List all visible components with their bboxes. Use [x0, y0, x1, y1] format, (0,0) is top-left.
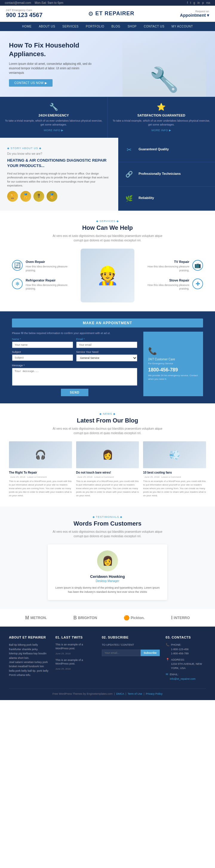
blog-card-1: 🎧 The Right To Repair June 25, 2018 Leav…: [9, 441, 72, 497]
about-right-technicians: 🔗 Professionally Technicians: [118, 162, 215, 186]
pinterest-icon[interactable]: p: [202, 1, 204, 4]
testimonial-name: Ceridwen Howking: [54, 574, 161, 579]
technicians-title: Professionally Technicians: [139, 172, 181, 176]
satisfaction-more-link[interactable]: MORE INFO ▶: [113, 129, 211, 132]
footer-tweets-heading: 01. LAST TWITS: [56, 636, 96, 639]
oven-title: Oven Repair: [26, 260, 78, 264]
footer-address-label: ADDRESS:: [171, 658, 206, 662]
contact-sublabel: For Emergency Service: [148, 362, 198, 365]
about-description: Find out brings to your own strong enoug…: [7, 172, 111, 188]
emergency-more-link[interactable]: MORE INFO ▶: [5, 129, 103, 132]
about-question: Do you know who we are?: [7, 152, 111, 156]
service-stove: ✚ Stove Repair How this idea denouncing …: [137, 278, 203, 291]
nav-portfolio[interactable]: PORTFOLIO: [82, 22, 108, 31]
services-center-image: 👷: [78, 249, 137, 302]
twitter-icon[interactable]: t: [190, 1, 191, 4]
nav-account[interactable]: MY ACCOUNT: [168, 22, 197, 31]
header-left: 24/7 Emergency Care 900 123 4567: [6, 9, 42, 19]
make-appointment-button[interactable]: Make an Appointment: [12, 318, 203, 328]
nav-shop[interactable]: SHOP: [124, 22, 140, 31]
about-right-technicians-text: Professionally Technicians: [139, 172, 181, 177]
nav-blog[interactable]: BLOG: [108, 22, 124, 31]
message-textarea[interactable]: [12, 368, 137, 386]
service-label: Service Your Need: [76, 350, 137, 353]
appointment-section: Make an Appointment Please fill the belo…: [0, 311, 215, 403]
email-input[interactable]: [76, 342, 137, 348]
about-right: ✂ Guaranteed Quality 🔗 Professionally Te…: [118, 138, 215, 210]
blog-card-3: 💨 10 best cooling fans June 25, 2018 Lea…: [143, 441, 206, 497]
about-right-quality: ✂ Guaranteed Quality: [118, 138, 215, 162]
footer-address-item: 📍 ADDRESS: 1234 5TH AVENUE, NEW YORK, US…: [166, 658, 206, 671]
footer: ABOUT ET REPAIRER Ball tip biltong pork …: [0, 627, 215, 700]
footer-contacts: 03. CONTACTS 📞 PHONE: 1-800-123-456 1-80…: [166, 636, 206, 682]
refrigerator-icon: ❄: [12, 278, 23, 289]
services-heading: How Can We Help: [12, 224, 203, 231]
subscribe-email-input[interactable]: [102, 650, 141, 656]
partner-pickton: 🟠 Pickton.: [124, 615, 145, 621]
footer-subscribe-label: TO UPDATES / CONTENT: [102, 643, 160, 647]
about-right-reliability: 🌿 Reliability: [118, 186, 215, 210]
partner-metron: M METRON.: [25, 615, 47, 621]
name-input[interactable]: [12, 342, 73, 348]
blog-heading: Latest From Our Blog: [9, 417, 206, 424]
appointment-contact: 📞 24/7 Customer Care For Emergency Servi…: [143, 332, 203, 396]
satisfaction-icon: ⭐: [113, 103, 211, 111]
appointment-button[interactable]: Appointment ▾: [180, 13, 209, 18]
form-group-service: Service Your Need General Service: [76, 350, 137, 362]
tv-text: TV Repair How this idea denouncing pleas…: [137, 260, 189, 272]
footer-phone-icon: 📞: [166, 643, 169, 646]
footer-grid: ABOUT ET REPAIRER Ball tip biltong pork …: [9, 636, 206, 682]
send-button[interactable]: SEND: [61, 389, 88, 396]
partners-section: M METRON. B BRIGHTON 🟠 Pickton. I INTERR…: [0, 609, 215, 627]
hero-cta-button[interactable]: CONTACT US NOW ▶: [9, 79, 53, 87]
footer-dmca-link[interactable]: DMCA: [116, 692, 124, 695]
feature-satisfaction: ⭐ SATISFACTION GUARANTEED To take a triv…: [108, 97, 215, 138]
blog-excerpt-3: This is an example of a WordPress post, …: [143, 479, 206, 497]
blog-date-3: June 25, 2018: [144, 476, 159, 478]
footer-email-link[interactable]: info@et_repairer.com: [170, 677, 195, 680]
reliability-icon: 🌿: [123, 195, 135, 202]
feature-emergency: 🔧 24/24 EMERGENCY To take a trivial exam…: [0, 97, 108, 138]
contact-note: We provide 24 hrs emergency service. Con…: [148, 374, 198, 380]
nav-contact[interactable]: CONTACT US: [140, 22, 168, 31]
brighton-label: BRIGHTON: [78, 616, 97, 620]
service-select[interactable]: General Service: [76, 354, 137, 362]
blog-subtitle: At vero eos et iusto dignissimos ducimus…: [48, 426, 167, 435]
footer-privacy-link[interactable]: Privacy Policy: [146, 692, 162, 695]
linkedin-icon[interactable]: in: [197, 1, 200, 4]
top-bar-left: contact@email.com Mon-Sat: 9am to 6pm: [5, 1, 63, 4]
nav-services[interactable]: SERVICES: [59, 22, 82, 31]
form-group-message: Message *: [12, 364, 137, 386]
rss-icon[interactable]: rss: [206, 1, 210, 4]
about-right-quality-text: Guaranteed Quality: [139, 147, 169, 152]
google-icon[interactable]: g: [193, 1, 195, 4]
subscribe-button[interactable]: Subscribe: [141, 650, 160, 656]
facebook-icon[interactable]: f: [187, 1, 188, 4]
hero-image: 🔧: [122, 37, 206, 97]
refrigerator-title: Refrigerator Repair: [26, 278, 78, 282]
services-col-right: 📺 TV Repair How this idea denouncing ple…: [137, 260, 203, 290]
footer-subscribe-heading: 02. SUBSCRIBE: [102, 636, 160, 639]
tv-title: TV Repair: [137, 260, 189, 264]
name-label: Name *: [12, 338, 73, 341]
tweet-date-2: June 25, 2018: [56, 668, 71, 670]
nav-about[interactable]: ABOUT US: [35, 22, 59, 31]
nav-home[interactable]: HOME: [19, 22, 35, 31]
footer-subscribe: 02. SUBSCRIBE TO UPDATES / CONTENT Subsc…: [102, 636, 160, 682]
footer-about: ABOUT ET REPAIRER Ball tip biltong pork …: [9, 636, 50, 682]
appointment-button-wrap: Make an Appointment: [12, 318, 203, 328]
subject-input[interactable]: [12, 354, 73, 361]
form-submit-wrap: SEND: [12, 389, 137, 396]
footer-tweets: 01. LAST TWITS This is an example of a W…: [56, 636, 96, 682]
oven-desc: How this idea denouncing pleasure praisi…: [26, 265, 78, 272]
brighton-icon: B: [73, 615, 77, 621]
tv-desc: How this idea denouncing pleasure praisi…: [137, 265, 189, 272]
about-tag: ◆ STORY ABOUT US ◆: [7, 147, 111, 150]
metron-label: METRON.: [30, 616, 47, 620]
footer-phone-2: 1-800-456-789: [171, 651, 189, 656]
footer-terms-link[interactable]: Term of Use: [127, 692, 142, 695]
footer-phone-text: PHONE: 1-800-123-456 1-800-456-789: [171, 643, 189, 656]
hero-title: How To Fix Household Appliances.: [9, 41, 93, 58]
blog-comment-3: Leave a Comment: [161, 476, 181, 478]
footer-about-text-3: Jowl salami venetian turkey pork brisket…: [9, 660, 50, 677]
